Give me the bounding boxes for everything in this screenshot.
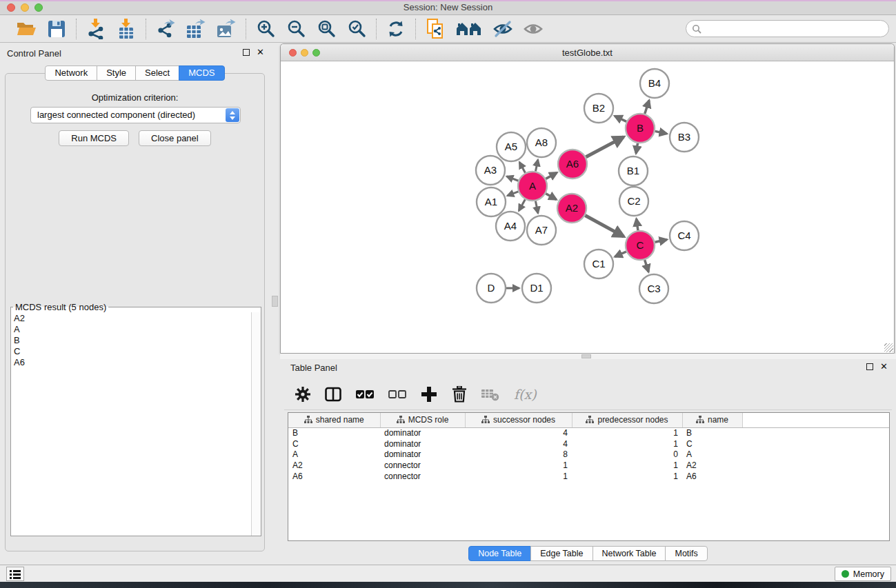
zoom-in-icon[interactable] [255, 19, 276, 39]
hide-selected-icon[interactable] [492, 19, 513, 39]
cell-predecessor-nodes[interactable]: 0 [572, 449, 682, 460]
export-image-icon[interactable] [216, 19, 237, 39]
tab-edge-table[interactable]: Edge Table [530, 546, 593, 561]
cell-MCDS-role[interactable]: connector [380, 471, 465, 482]
node-B2[interactable]: B2 [584, 94, 613, 123]
cell-predecessor-nodes[interactable]: 1 [572, 471, 682, 482]
import-table-icon[interactable] [116, 19, 137, 39]
edge-B-B4[interactable] [645, 101, 649, 114]
node-D1[interactable]: D1 [522, 274, 551, 303]
cell-shared-name[interactable]: C [288, 438, 380, 449]
cell-MCDS-role[interactable]: dominator [380, 449, 465, 460]
cell-MCDS-role[interactable]: dominator [380, 438, 465, 449]
zoom-fit-icon[interactable] [316, 19, 337, 39]
network-canvas[interactable]: B4B2BB3A8A5A6A3B1AC2A1A2A4A7C4CC1C3DD1 [281, 61, 894, 353]
edge-C-C4[interactable] [655, 240, 666, 243]
node-C1[interactable]: C1 [584, 250, 613, 278]
vertical-splitter-handle[interactable] [272, 296, 278, 307]
mcds-result-item[interactable]: C [11, 347, 251, 358]
node-B3[interactable]: B3 [670, 123, 699, 152]
mcds-list-scrollbar[interactable] [251, 312, 261, 536]
node-A4[interactable]: A4 [496, 212, 525, 241]
horizontal-splitter-handle[interactable] [581, 354, 591, 358]
search-input[interactable] [701, 22, 888, 36]
edge-A-A2[interactable] [546, 194, 556, 200]
cell-MCDS-role[interactable]: connector [380, 460, 465, 471]
cell-successor-nodes[interactable]: 1 [465, 460, 572, 471]
tab-network[interactable]: Network [45, 65, 97, 81]
mcds-result-item[interactable]: B [11, 336, 251, 347]
tab-mcds[interactable]: MCDS [179, 65, 224, 81]
close-table-panel-icon[interactable]: ✕ [880, 363, 888, 370]
node-A1[interactable]: A1 [477, 187, 506, 216]
table-options-gear-icon[interactable] [295, 387, 310, 402]
cell-MCDS-role[interactable]: dominator [380, 427, 465, 438]
delete-column-icon[interactable] [452, 386, 467, 403]
show-columns-icon[interactable] [325, 387, 341, 402]
table-row[interactable]: A2connector11A2 [288, 460, 889, 471]
edge-A2-C[interactable] [585, 216, 624, 237]
cell-name[interactable]: A2 [682, 460, 742, 471]
edge-A-A1[interactable] [508, 192, 519, 196]
horizontal-splitter[interactable] [280, 354, 896, 359]
cell-name[interactable]: A [682, 449, 742, 460]
edge-B-B1[interactable] [636, 143, 637, 154]
column-header-name[interactable]: name [682, 413, 742, 427]
cell-name[interactable]: A6 [682, 471, 742, 482]
cell-predecessor-nodes[interactable]: 1 [572, 427, 682, 438]
cell-shared-name[interactable]: A [288, 449, 380, 460]
column-header-MCDS-role[interactable]: MCDS role [380, 413, 465, 427]
close-panel-button[interactable]: Close panel [139, 130, 211, 146]
cell-successor-nodes[interactable]: 8 [465, 449, 572, 460]
edge-A-A4[interactable] [519, 199, 525, 210]
tab-select[interactable]: Select [135, 65, 179, 81]
zoom-selected-icon[interactable] [346, 19, 367, 39]
zoom-out-icon[interactable] [286, 19, 306, 39]
node-A5[interactable]: A5 [497, 132, 526, 161]
float-table-panel-icon[interactable] [866, 363, 873, 370]
edge-A-A5[interactable] [519, 162, 525, 172]
edge-C-C1[interactable] [615, 252, 626, 256]
edge-B-B3[interactable] [655, 131, 667, 133]
function-builder-icon[interactable]: f(x) [514, 387, 537, 402]
table-row[interactable]: Adominator80A [288, 449, 889, 460]
network-window-titlebar[interactable]: testGlobe.txt [281, 44, 894, 61]
edge-C-C3[interactable] [645, 260, 649, 272]
mcds-result-item[interactable]: A6 [11, 358, 251, 369]
new-network-from-file-icon[interactable] [425, 19, 446, 39]
memory-button[interactable]: Memory [835, 567, 891, 581]
float-panel-icon[interactable] [243, 49, 250, 56]
cell-name[interactable]: C [682, 438, 742, 449]
node-B1[interactable]: B1 [619, 156, 648, 185]
edge-A-A3[interactable] [507, 176, 519, 181]
node-A6[interactable]: A6 [558, 150, 587, 179]
node-A[interactable]: A [518, 172, 547, 201]
node-A7[interactable]: A7 [527, 216, 556, 245]
deselect-all-icon[interactable] [388, 389, 406, 400]
cell-successor-nodes[interactable]: 4 [465, 438, 572, 449]
node-A2[interactable]: A2 [557, 194, 586, 223]
close-panel-icon[interactable]: ✕ [257, 49, 264, 56]
column-header-predecessor-nodes[interactable]: predecessor nodes [572, 413, 682, 427]
cell-shared-name[interactable]: B [288, 427, 380, 438]
node-C2[interactable]: C2 [619, 187, 648, 216]
open-session-icon[interactable] [16, 19, 37, 39]
node-B4[interactable]: B4 [640, 69, 669, 98]
node-B[interactable]: B [626, 114, 655, 143]
edge-A-A6[interactable] [546, 172, 557, 179]
column-header-successor-nodes[interactable]: successor nodes [465, 413, 572, 427]
resize-grip[interactable] [884, 343, 893, 352]
edge-A-A7[interactable] [535, 201, 538, 214]
node-C3[interactable]: C3 [639, 274, 668, 303]
criterion-dropdown[interactable]: largest connected component (directed) [30, 107, 241, 123]
cell-shared-name[interactable]: A2 [288, 460, 380, 471]
edge-B-B2[interactable] [615, 116, 626, 121]
delete-table-icon[interactable] [481, 387, 499, 402]
node-C[interactable]: C [626, 231, 655, 260]
table-row[interactable]: A6connector11A6 [288, 471, 889, 482]
cell-successor-nodes[interactable]: 4 [465, 427, 572, 438]
table-row[interactable]: Cdominator41C [288, 438, 889, 449]
edge-A-A8[interactable] [535, 160, 537, 172]
mcds-result-item[interactable]: A [11, 325, 251, 336]
tab-node-table[interactable]: Node Table [468, 546, 531, 561]
